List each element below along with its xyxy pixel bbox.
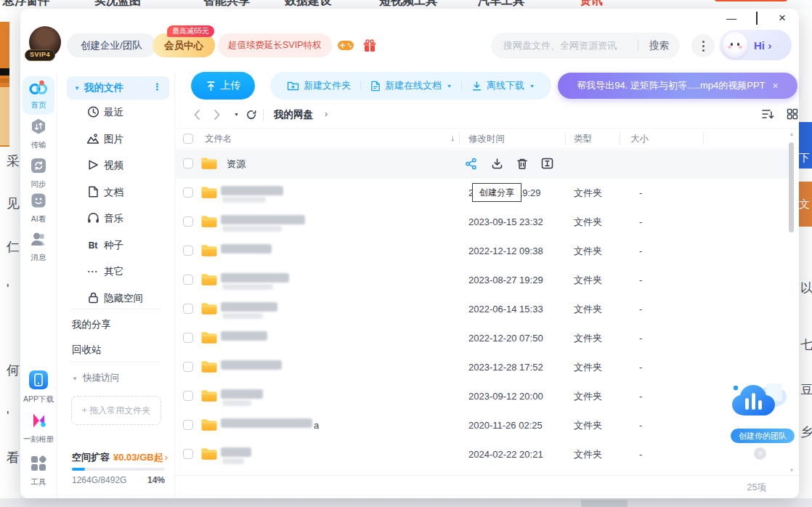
close-button[interactable]: × [776,12,789,25]
share-action-icon[interactable] [465,158,477,173]
gift-icon[interactable] [363,38,376,55]
file-type: 文件夹 [574,382,602,411]
delete-action-icon[interactable] [516,158,528,173]
row-checkbox[interactable] [183,420,193,430]
sidebar-item-my-files[interactable]: ▼ 我的文件 ⋮ [67,76,169,100]
table-row[interactable]: 2024-02-22 20:21文件夹- [174,440,790,469]
rail-item-messages[interactable]: 消息 [20,230,57,263]
game-icon[interactable] [338,40,354,54]
file-name-redacted [221,215,305,224]
sidebar-item-torrents[interactable]: Bt种子 [57,233,174,258]
table-row[interactable]: a2020-11-26 02:25文件夹- [174,411,790,440]
rail-item-moment-album[interactable]: 一刻相册 [20,412,57,445]
sidebar-item-quick-access[interactable]: ▼快捷访问 [72,372,119,384]
close-promo-button[interactable]: × [754,447,766,460]
history-dropdown-icon[interactable]: ▼ [234,112,239,117]
create-team-promo[interactable]: 创建你的团队 × [728,378,798,472]
table-row[interactable]: 2023-12-28 17:52文件夹- [174,353,790,382]
ai-task-pill[interactable]: 帮我导出94. 逆矩阵与初等.....mp4的视频PPT × [558,73,797,99]
sidebar-item-hidden-space[interactable]: 隐藏空间 [57,286,174,311]
table-row[interactable]: 2023-09-15 23:32文件夹- [174,208,790,237]
table-row[interactable]: 2022-12-12 09:38文件夹- [174,237,790,266]
table-row[interactable]: 2023-08-27 19:29文件夹- [174,266,790,295]
row-checkbox[interactable] [183,449,193,459]
offline-download-button[interactable]: 离线下载▼ [462,79,544,92]
create-team-label[interactable]: 创建你的团队 [731,429,795,443]
file-type: 文件夹 [574,208,602,237]
rail-item-home[interactable]: 首页 [23,76,54,115]
more-menu-button[interactable] [691,34,715,57]
upload-icon [206,81,216,92]
sidebar-item-music[interactable]: 音乐 [57,206,174,231]
new-folder-button[interactable]: 新建文件夹 [277,79,360,92]
column-size[interactable]: 大小 [630,133,649,145]
rail-item-ai-view[interactable]: AI看 [20,192,57,224]
storage-expand-link[interactable]: 空间扩容¥0.03/GB起› [72,451,168,464]
sidebar-item-recent[interactable]: 最近 [57,100,174,125]
row-checkbox[interactable] [183,304,193,314]
file-type: 文件夹 [574,179,602,208]
rename-action-icon[interactable] [541,158,553,172]
download-action-icon[interactable] [491,158,503,173]
file-name[interactable]: 资源 [227,150,245,179]
row-checkbox[interactable] [183,391,193,401]
my-files-more-icon[interactable]: ⋮ [153,81,162,92]
table-row[interactable]: 资源 [174,150,790,179]
grid-view-button[interactable] [787,108,798,123]
column-type[interactable]: 类型 [574,133,592,145]
search-button[interactable]: 搜索 [638,39,680,52]
minimize-button[interactable]: — [725,12,738,25]
row-checkbox[interactable] [183,158,193,169]
table-row[interactable]: 2022-06-14 15:33文件夹- [174,295,790,324]
table-row[interactable]: 2023-09-12 20:00文件夹- [174,382,790,411]
sidebar-item-others[interactable]: ···其它 [57,259,174,284]
sort-view-button[interactable] [761,108,774,123]
sidebar-item-recycle-bin[interactable]: 回收站 [72,344,102,357]
forward-button[interactable] [214,109,221,123]
column-filename[interactable]: 文件名 [205,133,232,145]
new-online-doc-button[interactable]: 新建在线文档▼ [361,79,461,92]
rail-item-sync[interactable]: 同步 [20,157,57,190]
row-checkbox[interactable] [183,246,193,256]
back-button[interactable] [193,109,200,123]
assistant-button[interactable]: Hi › [719,30,792,60]
sidebar-item-videos[interactable]: 视频 [57,153,174,178]
row-checkbox[interactable] [183,187,193,198]
create-team-button[interactable]: 创建企业/团队 [67,33,156,57]
breadcrumb[interactable]: 我的网盘 [274,108,313,121]
rail-item-app-download[interactable]: APP下载 [20,370,57,405]
svip-renew-button[interactable]: 超值续费延长SVIP特权 [218,33,332,57]
column-modified[interactable]: 修改时间 [468,133,505,145]
messages-icon [30,238,47,250]
collapse-triangle-icon[interactable]: ▼ [74,85,80,92]
create-actions-group: 新建文件夹 新建在线文档▼ 离线下载▼ [270,72,551,100]
search-bar[interactable]: 搜网盘文件、全网资源资讯 搜索 [491,33,680,59]
refresh-button[interactable] [245,109,257,123]
close-icon[interactable]: × [773,80,779,92]
sidebar-item-label: 图片 [104,133,123,146]
background-text-fragment: 何 [7,362,20,379]
file-subtext-redacted [222,400,251,406]
background-nav-fragment: 短视频工具 [379,0,437,9]
maximize-button[interactable] [750,12,763,25]
rail-item-tools[interactable]: 工具 [20,455,57,487]
upload-button[interactable]: 上传 [191,72,255,100]
scroll-up-icon[interactable]: ▲ [789,131,795,137]
rail-item-transfer[interactable]: 传输 [20,118,57,150]
row-checkbox[interactable] [183,275,193,285]
row-checkbox[interactable] [183,216,193,227]
sidebar-item-my-shares[interactable]: 我的分享 [72,318,111,331]
sidebar-item-pictures[interactable]: 图片 [57,127,174,152]
row-checkbox[interactable] [183,333,193,343]
scrollbar-thumb[interactable] [789,142,794,232]
file-size: - [639,411,642,440]
drop-favorite-folder-zone[interactable]: + 拖入常用文件夹 [71,396,161,425]
background-chip [581,500,628,507]
svip-badge: SVIP4 [25,49,55,61]
row-checkbox[interactable] [183,362,193,372]
folder-icon [200,185,218,203]
select-all-checkbox[interactable] [183,134,193,144]
table-row[interactable]: 2022-12-20 07:50文件夹- [174,324,790,353]
sidebar-item-documents[interactable]: 文档 [57,180,174,205]
sort-desc-icon[interactable]: ↓ [450,133,455,143]
